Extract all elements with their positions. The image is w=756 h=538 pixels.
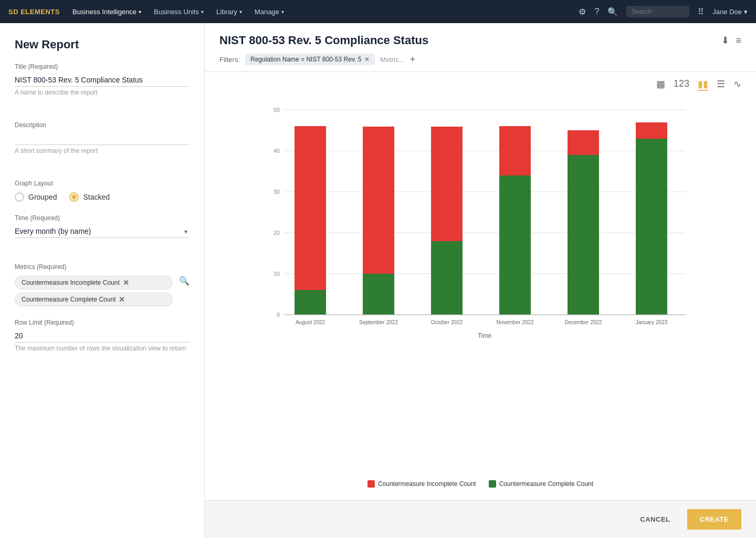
metrics-label: Metrics (Required) <box>15 263 190 271</box>
description-label: Description <box>15 121 190 129</box>
grouped-radio-button[interactable] <box>15 192 24 202</box>
time-section: Time (Required) Every month (by name) ▾ <box>15 214 190 251</box>
bar-dec-incomplete <box>568 130 599 155</box>
nav-business-intelligence[interactable]: Business Intelligence ▾ <box>72 8 141 16</box>
row-limit-section: Row Limit (Required) The maximum number … <box>15 319 190 365</box>
time-select-wrap: Every month (by name) ▾ <box>15 225 190 238</box>
settings-icon[interactable]: ⚙ <box>579 7 586 17</box>
radio-stacked[interactable]: Stacked <box>69 192 110 202</box>
filter-more[interactable]: Metric... <box>380 56 404 64</box>
bar-aug-incomplete <box>295 126 326 290</box>
svg-text:September 2022: September 2022 <box>359 319 398 325</box>
brand-logo: SD ELEMENTS <box>8 8 60 16</box>
row-limit-input[interactable] <box>15 329 190 343</box>
filter-icon[interactable]: ≡ <box>736 35 741 46</box>
create-button[interactable]: CREATE <box>687 509 741 530</box>
user-menu[interactable]: Jane Doe ▾ <box>712 8 748 16</box>
time-select[interactable]: Every month (by name) <box>15 225 190 238</box>
chart-area: ▦ 123 ▮▮ ☰ ∿ 50 40 30 20 10 0 <box>205 72 756 500</box>
row-limit-hint: The maximum number of rows the visualiza… <box>15 345 190 352</box>
bar-sep-complete <box>363 274 394 315</box>
row-limit-label: Row Limit (Required) <box>15 319 190 326</box>
chevron-down-icon: ▾ <box>281 9 284 15</box>
graph-layout-label: Graph Layout <box>15 180 190 187</box>
bar-oct-complete <box>431 241 463 315</box>
chevron-down-icon: ▾ <box>239 9 242 15</box>
title-hint: A name to describe the report <box>15 89 190 96</box>
time-label: Time (Required) <box>15 214 190 222</box>
svg-text:August 2022: August 2022 <box>296 319 326 325</box>
bar-nov-incomplete <box>499 126 531 175</box>
list-view-icon[interactable]: ☰ <box>717 78 725 91</box>
main-layout: New Report Title (Required) A name to de… <box>0 23 756 538</box>
nav-manage[interactable]: Manage ▾ <box>255 8 284 16</box>
remove-complete-metric-button[interactable]: ✕ <box>119 295 125 304</box>
report-header-icons: ⬇ ≡ <box>721 35 741 46</box>
radio-grouped[interactable]: Grouped <box>15 192 57 202</box>
download-icon[interactable]: ⬇ <box>721 35 729 46</box>
panel-heading: New Report <box>15 38 190 51</box>
description-input[interactable] <box>15 132 190 145</box>
nav-library[interactable]: Library ▾ <box>216 8 242 16</box>
bar-chart-svg: 50 40 30 20 10 0 <box>226 97 735 339</box>
bottom-bar: CANCEL CREATE <box>205 500 756 538</box>
metric-tag-incomplete: Countermeasure Incomplete Count ✕ <box>15 276 173 289</box>
nav-business-units[interactable]: Business Units ▾ <box>154 8 204 16</box>
title-input[interactable] <box>15 74 190 87</box>
svg-text:Time: Time <box>478 332 492 339</box>
left-panel: New Report Title (Required) A name to de… <box>0 23 205 538</box>
filters-label: Filters: <box>219 56 240 64</box>
bar-jan-complete <box>636 139 667 315</box>
help-icon[interactable]: ? <box>594 7 599 16</box>
bar-oct-incomplete <box>431 127 463 241</box>
chart-toolbar: ▦ 123 ▮▮ ☰ ∿ <box>205 72 756 91</box>
description-hint: A short summary of the report <box>15 147 190 154</box>
svg-text:30: 30 <box>274 189 280 195</box>
remove-filter-button[interactable]: ✕ <box>364 56 370 63</box>
chevron-down-icon: ▾ <box>139 9 141 15</box>
search-input[interactable] <box>626 6 689 17</box>
add-filter-button[interactable]: + <box>410 54 416 65</box>
legend-dot-complete <box>489 480 496 488</box>
right-panel: NIST 800-53 Rev. 5 Compliance Status ⬇ ≡… <box>205 23 756 538</box>
bar-chart-icon[interactable]: ▮▮ <box>698 78 708 91</box>
stacked-label: Stacked <box>83 193 110 201</box>
radio-dot <box>71 194 77 200</box>
cancel-button[interactable]: CANCEL <box>632 510 678 529</box>
legend-dot-incomplete <box>368 480 375 488</box>
number-view-icon[interactable]: 123 <box>674 78 689 91</box>
metrics-search-icon[interactable]: 🔍 <box>179 276 190 286</box>
title-label: Title (Required) <box>15 63 190 70</box>
apps-icon[interactable]: ⠿ <box>698 7 704 17</box>
bar-aug-complete <box>295 290 326 315</box>
svg-text:40: 40 <box>274 148 280 154</box>
description-section: Description A short summary of the repor… <box>15 121 190 167</box>
svg-text:10: 10 <box>274 271 280 277</box>
svg-text:January 2023: January 2023 <box>636 319 668 325</box>
bar-sep-incomplete <box>363 127 394 274</box>
topnav: SD ELEMENTS Business Intelligence ▾ Busi… <box>0 0 756 23</box>
report-header: NIST 800-53 Rev. 5 Compliance Status ⬇ ≡… <box>205 23 756 72</box>
legend-incomplete: Countermeasure Incomplete Count <box>368 480 476 488</box>
legend-complete: Countermeasure Complete Count <box>489 480 593 488</box>
svg-text:December 2022: December 2022 <box>564 319 602 325</box>
svg-text:0: 0 <box>277 312 280 318</box>
metrics-tags: Countermeasure Incomplete Count ✕ Counte… <box>15 276 173 306</box>
svg-text:50: 50 <box>274 107 280 113</box>
line-chart-icon[interactable]: ∿ <box>733 78 741 91</box>
chevron-down-icon: ▾ <box>744 8 748 16</box>
svg-text:November 2022: November 2022 <box>496 319 534 325</box>
bar-jan-incomplete <box>636 122 667 139</box>
filter-tag[interactable]: Regulation Name = NIST 800-53 Rev. 5 ✕ <box>245 54 375 65</box>
bar-nov-complete <box>499 175 531 315</box>
metrics-section: Metrics (Required) Countermeasure Incomp… <box>15 263 190 306</box>
graph-layout-radio-group: Grouped Stacked <box>15 192 190 202</box>
stacked-radio-button[interactable] <box>69 192 79 202</box>
metric-tag-complete: Countermeasure Complete Count ✕ <box>15 293 173 306</box>
search-icon[interactable]: 🔍 <box>607 7 618 17</box>
table-view-icon[interactable]: ▦ <box>656 78 665 91</box>
title-section: Title (Required) A name to describe the … <box>15 63 190 109</box>
chart-legend: Countermeasure Incomplete Count Counterm… <box>205 472 756 500</box>
bar-dec-complete <box>568 155 599 315</box>
remove-incomplete-metric-button[interactable]: ✕ <box>123 278 129 287</box>
